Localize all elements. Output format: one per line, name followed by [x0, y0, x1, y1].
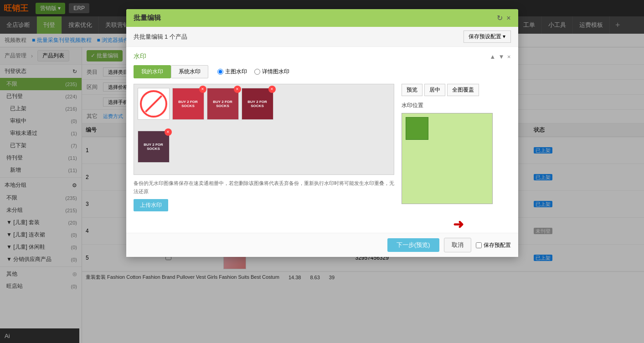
wm-item-4[interactable]: × BUY 2 FOR SOCKS: [138, 131, 170, 163]
system-watermark-tab[interactable]: 系统水印: [171, 65, 208, 78]
watermark-content: × BUY 2 FOR SOCKS × BUY 2 FOR SOCKS × BU…: [134, 84, 511, 211]
upload-watermark-btn[interactable]: 上传水印: [134, 199, 168, 211]
watermark-collapse-icons: ▲ ▼ ×: [489, 53, 510, 60]
watermark-section-title: 水印 ▲ ▼ ×: [134, 52, 511, 61]
full-cover-btn[interactable]: 全图覆盖: [447, 84, 479, 96]
wm-row-2: × BUY 2 FOR SOCKS: [138, 131, 390, 171]
watermark-preview-canvas: [402, 113, 493, 204]
detail-image-radio[interactable]: 详情图水印: [254, 68, 289, 76]
save-preset-label: 保存预设配置 ▾: [469, 33, 505, 41]
arrow-indicator-area: ➜: [126, 217, 518, 233]
wm-item-3[interactable]: × BUY 2 FOR SOCKS: [242, 88, 273, 120]
wm-remove-4[interactable]: ×: [165, 128, 172, 136]
wm-remove-3[interactable]: ×: [268, 86, 276, 93]
watermark-position-area: 预览 居中 全图覆盖 水印位置: [402, 84, 511, 211]
position-label: 水印位置: [402, 102, 511, 109]
main-image-radio[interactable]: 主图水印: [217, 68, 247, 76]
wm-item-2[interactable]: × BUY 2 FOR SOCKS: [207, 88, 239, 120]
watermark-close-btn[interactable]: ×: [507, 53, 511, 60]
save-preset-btn[interactable]: 保存预设配置 ▾: [464, 31, 510, 43]
center-btn[interactable]: 居中: [424, 84, 445, 96]
modal-header-icons: ↻ ×: [497, 14, 510, 22]
watermark-position-indicator: [406, 117, 428, 140]
save-config-checkbox[interactable]: [476, 242, 482, 248]
wm-img-buy-2: BUY 2 FOR SOCKS: [207, 88, 238, 119]
watermark-section: 水印 ▲ ▼ × 我的水印 系统水印: [126, 47, 518, 217]
footer-right: 下一步(预览) 取消 保存预配置: [387, 238, 511, 252]
watermark-collapse-down[interactable]: ▼: [499, 53, 505, 60]
notice-text: 备份的无水印图像将保存在速卖通相册中，若您删除该图像将代表丢弃备份，重新执行水印…: [134, 179, 394, 195]
wm-remove-2[interactable]: ×: [234, 86, 241, 93]
modal-close-btn[interactable]: ×: [506, 14, 510, 22]
watermark-images-area: × BUY 2 FOR SOCKS × BUY 2 FOR SOCKS × BU…: [134, 84, 394, 211]
position-area: 水印位置: [402, 102, 511, 204]
next-preview-btn[interactable]: 下一步(预览): [387, 238, 439, 252]
watermark-collapse-up[interactable]: ▲: [489, 53, 495, 60]
wm-img-buy-4: BUY 2 FOR SOCKS: [138, 131, 169, 162]
wm-remove-1[interactable]: ×: [199, 86, 206, 93]
arrow-indicator: ➜: [453, 217, 464, 231]
watermark-image-grid: × BUY 2 FOR SOCKS × BUY 2 FOR SOCKS × BU…: [134, 84, 394, 175]
batch-edit-modal: 批量编辑 ↻ × 共批量编辑 1 个产品 保存预设配置 ▾: [126, 9, 518, 257]
save-preset-area: 保存预设配置 ▾: [464, 31, 510, 43]
cancel-btn[interactable]: 取消: [444, 238, 471, 252]
no-watermark-icon: [140, 90, 167, 118]
save-config-text: 保存预配置: [484, 241, 511, 249]
watermark-tab-controls: 我的水印 系统水印 主图水印 详情图水印: [134, 65, 511, 78]
save-config-label[interactable]: 保存预配置: [476, 241, 511, 249]
preview-btn[interactable]: 预览: [402, 84, 422, 96]
wm-item-no-watermark[interactable]: [138, 88, 170, 120]
modal-subheader: 共批量编辑 1 个产品 保存预设配置 ▾: [126, 27, 518, 47]
modal-title: 批量编辑: [134, 14, 161, 22]
modal-subheader-text: 共批量编辑 1 个产品: [134, 33, 187, 41]
watermark-title-text: 水印: [134, 52, 146, 61]
wm-img-buy-3: BUY 2 FOR SOCKS: [242, 88, 273, 119]
modal-body: 水印 ▲ ▼ × 我的水印 系统水印: [126, 47, 518, 217]
wm-img-buy-1: BUY 2 FOR SOCKS: [173, 88, 204, 119]
wm-item-1[interactable]: × BUY 2 FOR SOCKS: [172, 88, 204, 120]
modal-overlay: 批量编辑 ↻ × 共批量编辑 1 个产品 保存预设配置 ▾: [0, 0, 644, 343]
my-watermark-tab[interactable]: 我的水印: [134, 65, 171, 78]
preview-btns: 预览 居中 全图覆盖: [402, 84, 511, 96]
watermark-type-radio: 主图水印 详情图水印: [217, 68, 289, 76]
modal-footer: 下一步(预览) 取消 保存预配置: [126, 233, 518, 257]
watermark-tabs: 我的水印 系统水印: [134, 65, 208, 78]
modal-refresh-btn[interactable]: ↻: [497, 14, 503, 22]
modal-header: 批量编辑 ↻ ×: [126, 9, 518, 27]
